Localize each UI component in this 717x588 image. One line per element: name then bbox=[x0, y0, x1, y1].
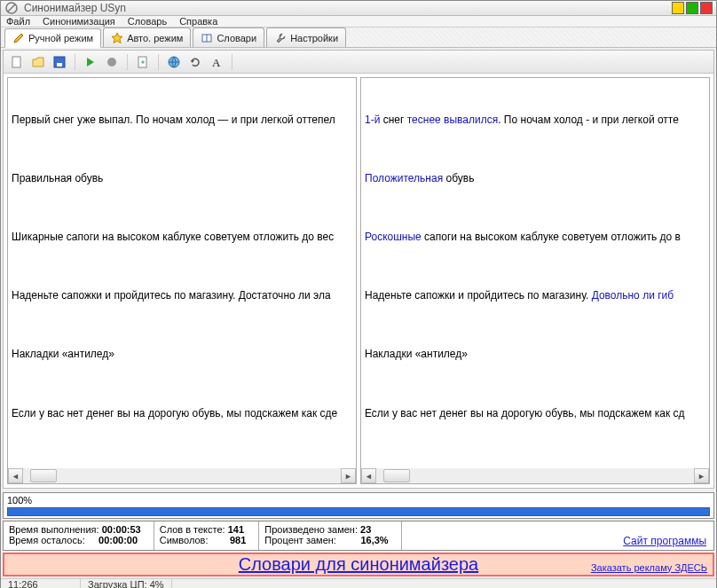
hscroll-right[interactable]: ◄ ► bbox=[361, 468, 709, 483]
src-line: Шикарные сапоги на высоком каблуке совет… bbox=[12, 230, 352, 245]
tab-dicts[interactable]: Словари bbox=[193, 27, 264, 47]
scroll-track[interactable] bbox=[376, 468, 694, 483]
right-pane: 1-й снег теснее вывалился. По ночам холо… bbox=[360, 77, 710, 484]
maximize-button[interactable] bbox=[686, 2, 698, 14]
res-line: Если у вас нет денег вы на дорогую обувь… bbox=[365, 406, 705, 421]
tab-manual[interactable]: Ручной режим bbox=[4, 28, 101, 48]
app-icon bbox=[4, 1, 19, 15]
open-button[interactable] bbox=[28, 52, 48, 72]
res-line: Положительная обувь bbox=[365, 171, 705, 186]
app-window: Синонимайзер USyn Файл Синонимизация Сло… bbox=[0, 0, 717, 588]
pencil-icon bbox=[12, 32, 25, 44]
export-button[interactable] bbox=[133, 52, 153, 72]
svg-rect-6 bbox=[57, 63, 62, 67]
result-text[interactable]: 1-й снег теснее вывалился. По ночам холо… bbox=[361, 78, 709, 468]
titlebar: Синонимайзер USyn bbox=[1, 1, 716, 16]
scroll-right-icon[interactable]: ► bbox=[694, 468, 709, 483]
separator bbox=[232, 54, 232, 70]
src-line: Правильная обувь bbox=[12, 171, 352, 186]
progress-bar bbox=[7, 507, 710, 516]
status-position: 11:266 bbox=[1, 579, 81, 588]
svg-text:A: A bbox=[212, 56, 221, 69]
scroll-thumb[interactable] bbox=[383, 469, 410, 482]
window-title: Синонимайзер USyn bbox=[24, 2, 672, 14]
save-button[interactable] bbox=[50, 52, 69, 72]
refresh-button[interactable] bbox=[185, 52, 205, 72]
progress-label: 100% bbox=[7, 495, 710, 507]
scroll-thumb[interactable] bbox=[30, 469, 57, 482]
stats-words: Слов в тексте: 141 Символов: 981 bbox=[154, 521, 260, 550]
statusbar: 11:266 Загрузка ЦП: 4% bbox=[1, 578, 716, 588]
svg-line-1 bbox=[8, 4, 15, 12]
run-button[interactable] bbox=[81, 52, 100, 72]
separator bbox=[158, 54, 159, 70]
tab-auto[interactable]: Авто. режим bbox=[103, 27, 191, 47]
hscroll-left[interactable]: ◄ ► bbox=[8, 468, 356, 483]
res-line: Накладки «антилед» bbox=[365, 347, 705, 362]
scroll-right-icon[interactable]: ► bbox=[341, 468, 356, 483]
wrench-icon bbox=[274, 32, 287, 44]
menu-file[interactable]: Файл bbox=[6, 16, 30, 27]
tab-settings-label: Настройки bbox=[290, 33, 338, 43]
tab-auto-label: Авто. режим bbox=[127, 33, 183, 43]
star-icon bbox=[111, 32, 123, 44]
src-line: Наденьте сапожки и пройдитесь по магазин… bbox=[12, 288, 352, 303]
stats-box: Время выполнения: 00:00:53 Время осталос… bbox=[3, 521, 714, 551]
res-line: Наденьте сапожки и пройдитесь по магазин… bbox=[365, 288, 705, 303]
scroll-track[interactable] bbox=[23, 468, 341, 483]
ad-order-link[interactable]: Заказать рекламу ЗДЕСЬ bbox=[591, 562, 707, 573]
svg-rect-4 bbox=[12, 57, 20, 67]
tab-manual-label: Ручной режим bbox=[28, 33, 93, 43]
src-line: Первый снег уже выпал. По ночам холод — … bbox=[12, 113, 352, 128]
new-button[interactable] bbox=[7, 52, 27, 72]
menubar: Файл Синонимизация Словарь Справка bbox=[1, 16, 716, 27]
scroll-left-icon[interactable]: ◄ bbox=[8, 468, 23, 483]
stats-time: Время выполнения: 00:00:53 Время осталос… bbox=[4, 521, 154, 550]
source-text[interactable]: Первый снег уже выпал. По ночам холод — … bbox=[8, 78, 356, 468]
panes: Первый снег уже выпал. По ночам холод — … bbox=[4, 74, 713, 488]
tab-settings[interactable]: Настройки bbox=[266, 27, 346, 47]
book-icon bbox=[201, 32, 213, 44]
ad-main-link[interactable]: Словари для синонимайзера bbox=[239, 554, 478, 575]
stop-button[interactable] bbox=[102, 52, 122, 72]
content-area: A Первый снег уже выпал. По ночам холод … bbox=[3, 50, 714, 489]
globe-button[interactable] bbox=[164, 52, 184, 72]
src-line: Накладки «антилед» bbox=[12, 347, 352, 362]
toolbar: A bbox=[4, 51, 713, 74]
stats-link: Сайт программы bbox=[402, 521, 713, 550]
status-cpu: Загрузка ЦП: 4% bbox=[81, 579, 172, 588]
res-line: 1-й снег теснее вывалился. По ночам холо… bbox=[365, 113, 705, 128]
left-pane: Первый снег уже выпал. По ночам холод — … bbox=[7, 77, 357, 484]
font-button[interactable]: A bbox=[207, 52, 226, 72]
separator bbox=[127, 54, 128, 70]
minimize-button[interactable] bbox=[672, 2, 684, 14]
stats-repl: Произведено замен: 23 Процент замен: 16,… bbox=[259, 521, 401, 550]
menu-dict[interactable]: Словарь bbox=[128, 16, 167, 27]
scroll-left-icon[interactable]: ◄ bbox=[361, 468, 376, 483]
menu-help[interactable]: Справка bbox=[179, 16, 217, 27]
progress-box: 100% bbox=[3, 492, 714, 519]
src-line: Если у вас нет денег вы на дорогую обувь… bbox=[12, 406, 352, 421]
res-line: Роскошные сапоги на высоком каблуке сове… bbox=[365, 230, 705, 245]
separator bbox=[75, 54, 75, 70]
tab-dicts-label: Словари bbox=[217, 33, 256, 43]
window-buttons bbox=[672, 2, 713, 14]
svg-point-7 bbox=[107, 58, 116, 67]
site-link[interactable]: Сайт программы bbox=[623, 535, 706, 547]
tabstrip: Ручной режим Авто. режим Словари Настрой… bbox=[1, 27, 716, 48]
ad-banner: Словари для синонимайзера Заказать рекла… bbox=[3, 553, 714, 576]
close-button[interactable] bbox=[700, 2, 713, 14]
menu-synon[interactable]: Синонимизация bbox=[43, 16, 115, 27]
